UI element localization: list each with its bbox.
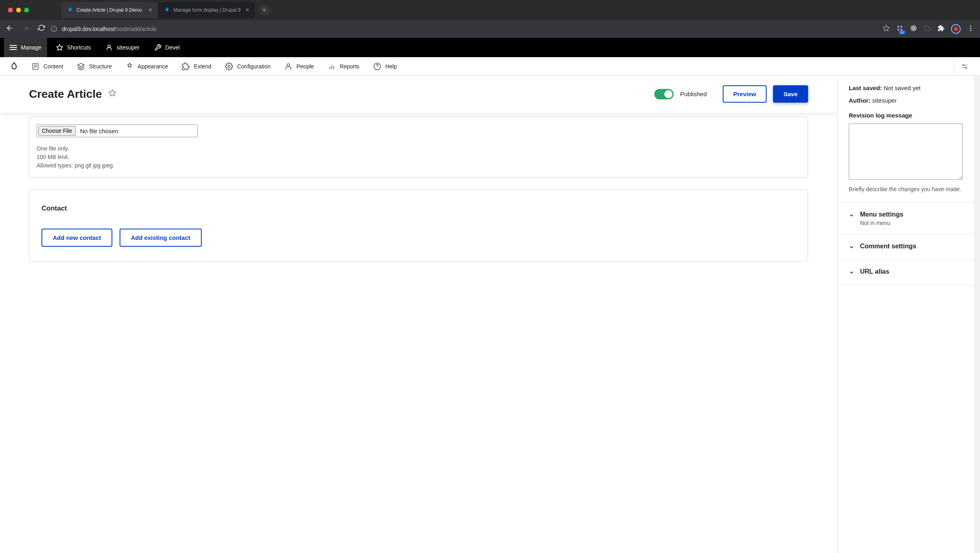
add-new-contact-button[interactable]: Add new contact xyxy=(41,229,112,247)
profile-avatar[interactable] xyxy=(951,24,961,34)
user-label: sitesuper xyxy=(117,44,140,51)
people-label: People xyxy=(296,63,314,70)
accordion-subtitle: Not in menu xyxy=(860,220,904,226)
wrench-icon xyxy=(154,44,161,51)
main-panel: Create Article Published Preview Save Ch… xyxy=(0,76,837,553)
traffic-light-zoom[interactable] xyxy=(24,8,29,12)
contact-buttons: Add new contact Add existing contact xyxy=(41,229,796,247)
devel-label: Devel xyxy=(165,44,180,51)
extensions-puzzle-icon[interactable] xyxy=(937,25,945,33)
browser-menu-icon[interactable] xyxy=(967,25,974,33)
choose-file-button[interactable]: Choose File xyxy=(38,126,76,136)
structure-label: Structure xyxy=(89,63,112,70)
content-label: Content xyxy=(43,63,63,70)
extend-icon xyxy=(182,62,190,70)
revision-log-label: Revision log message xyxy=(849,112,963,119)
file-input[interactable]: Choose File No file chosen xyxy=(37,124,198,137)
file-hint-line: One file only. xyxy=(37,144,800,153)
last-saved-row: Last saved: Not saved yet xyxy=(849,85,963,91)
hamburger-icon xyxy=(10,45,17,50)
extension-count-badge: 12 xyxy=(899,31,905,34)
address-bar: drupal9.dev.localhost/node/add/article 1… xyxy=(0,20,980,38)
sidebar: Last saved: Not saved yet Author: sitesu… xyxy=(837,76,974,553)
traffic-light-close[interactable] xyxy=(8,8,13,12)
info-icon xyxy=(51,26,57,32)
browser-tab-active[interactable]: Create Article | Drupal 9 Demo × xyxy=(61,2,158,18)
svg-point-24 xyxy=(966,67,967,68)
add-to-shortcuts-button[interactable] xyxy=(108,89,116,99)
help-icon xyxy=(373,62,381,70)
browser-tab-inactive[interactable]: Manage form display | Drupal 9 × xyxy=(158,2,255,18)
url-alias-accordion[interactable]: URL alias xyxy=(837,260,974,285)
shortcuts-menu[interactable]: Shortcuts xyxy=(50,38,97,57)
extension-gear-icon[interactable] xyxy=(910,25,917,33)
configuration-menu[interactable]: Configuration xyxy=(219,57,276,75)
revision-hint: Briefly describe the changes you have ma… xyxy=(849,186,963,194)
star-icon xyxy=(56,44,63,51)
sliders-icon xyxy=(961,62,969,70)
file-upload-card: Choose File No file chosen One file only… xyxy=(29,117,808,177)
appearance-menu[interactable]: Appearance xyxy=(120,57,174,75)
svg-point-23 xyxy=(963,64,964,66)
structure-icon xyxy=(77,62,85,70)
window-chrome: Create Article | Drupal 9 Demo × Manage … xyxy=(0,0,980,20)
chevron-down-icon xyxy=(849,270,854,277)
content-menu[interactable]: Content xyxy=(26,57,69,75)
reports-icon xyxy=(328,62,336,70)
url-bar[interactable]: drupal9.dev.localhost/node/add/article xyxy=(51,26,877,32)
reports-label: Reports xyxy=(340,63,360,70)
content-icon xyxy=(31,62,39,70)
back-button[interactable] xyxy=(6,24,14,34)
appearance-label: Appearance xyxy=(138,63,168,70)
drupal-favicon-icon xyxy=(67,7,73,13)
tab-close-icon[interactable]: × xyxy=(149,6,152,14)
drupal-toolbar-primary: Manage Shortcuts sitesuper Devel xyxy=(0,38,980,57)
page-header: Create Article Published Preview Save xyxy=(0,76,837,113)
configuration-icon xyxy=(225,62,233,70)
accordion-title: Comment settings xyxy=(860,243,916,250)
menu-settings-accordion[interactable]: Menu settings Not in menu xyxy=(837,203,974,235)
bookmark-star-icon[interactable] xyxy=(883,25,890,33)
chevron-down-icon xyxy=(849,213,854,220)
user-menu[interactable]: sitesuper xyxy=(100,38,145,57)
address-bar-icons: 12 xyxy=(883,24,974,34)
toolbar-orientation-toggle[interactable] xyxy=(954,57,975,75)
reports-menu[interactable]: Reports xyxy=(322,57,365,75)
preview-button[interactable]: Preview xyxy=(723,85,767,103)
scrollbar[interactable] xyxy=(974,76,980,553)
manage-menu[interactable]: Manage xyxy=(4,38,47,57)
comment-settings-accordion[interactable]: Comment settings xyxy=(837,235,974,260)
svg-point-15 xyxy=(287,64,290,66)
configuration-label: Configuration xyxy=(237,63,271,70)
forward-button[interactable] xyxy=(22,24,30,34)
svg-marker-3 xyxy=(883,25,889,31)
shortcuts-label: Shortcuts xyxy=(67,44,91,51)
traffic-light-minimize[interactable] xyxy=(16,8,21,12)
structure-menu[interactable]: Structure xyxy=(71,57,118,75)
contact-title: Contact xyxy=(41,204,796,213)
tab-close-icon[interactable]: × xyxy=(246,6,249,14)
published-label: Published xyxy=(680,91,707,97)
published-toggle[interactable] xyxy=(654,89,674,99)
add-existing-contact-button[interactable]: Add existing contact xyxy=(120,229,202,247)
extension-icon[interactable]: 12 xyxy=(896,25,904,33)
extend-menu[interactable]: Extend xyxy=(176,57,217,75)
devel-menu[interactable]: Devel xyxy=(149,38,186,57)
tab-title: Create Article | Drupal 9 Demo xyxy=(76,7,145,13)
drupal-drop-icon[interactable] xyxy=(10,62,19,71)
new-tab-button[interactable]: + xyxy=(258,4,270,16)
traffic-lights xyxy=(8,8,29,12)
manage-label: Manage xyxy=(21,44,41,51)
svg-point-6 xyxy=(970,28,972,29)
extension-cloud-icon[interactable] xyxy=(924,25,931,33)
help-menu[interactable]: Help xyxy=(368,57,403,75)
form-content: Choose File No file chosen One file only… xyxy=(0,113,837,553)
revision-log-textarea[interactable] xyxy=(849,124,963,180)
sidebar-meta-section: Last saved: Not saved yet Author: sitesu… xyxy=(837,76,974,203)
chevron-down-icon xyxy=(849,244,854,252)
url-text: drupal9.dev.localhost/node/add/article xyxy=(62,26,157,32)
people-menu[interactable]: People xyxy=(279,57,320,75)
help-label: Help xyxy=(385,63,397,70)
save-button[interactable]: Save xyxy=(773,85,808,103)
reload-button[interactable] xyxy=(38,24,45,34)
